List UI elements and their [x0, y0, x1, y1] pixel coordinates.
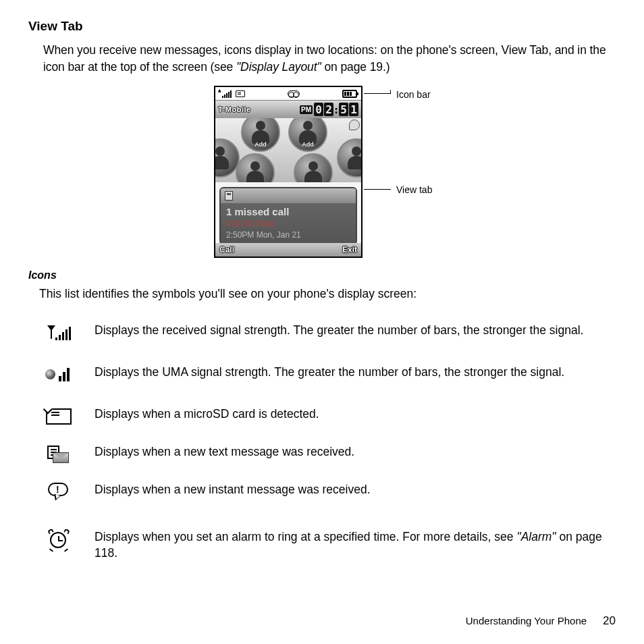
- figure: T-Mobile PM 0 2 : 5 1 Add Add: [28, 86, 616, 263]
- clock-colon: :: [334, 103, 338, 116]
- list-item: Displays the UMA signal strength. The gr…: [42, 363, 616, 386]
- status-icon-bar: [215, 87, 361, 101]
- icon-description: Displays when a microSD card is detected…: [95, 405, 319, 423]
- clock-digit: 5: [339, 103, 348, 116]
- intro-paragraph: When you receive new messages, icons dis…: [43, 42, 616, 75]
- phone-screenshot: T-Mobile PM 0 2 : 5 1 Add Add: [214, 86, 363, 258]
- signal-icon: [219, 90, 232, 98]
- clock-digit: 1: [349, 103, 358, 116]
- view-tab-notification: 1 missed call 9727617000 2:50PM Mon, Jan…: [219, 187, 357, 245]
- callout-line: [364, 189, 391, 190]
- icons-heading: Icons: [28, 269, 616, 281]
- notification-number: 9727617000: [226, 219, 350, 229]
- icon-description: Displays when you set an alarm to ring a…: [95, 528, 616, 561]
- icons-intro: This list identifies the symbols you'll …: [39, 287, 616, 301]
- favorites-area: Add Add: [215, 118, 361, 182]
- uma-signal-icon: [42, 363, 76, 386]
- callout-icon-bar: Icon bar: [396, 89, 431, 100]
- list-item: Displays when a new text message was rec…: [42, 443, 616, 466]
- section-heading: View Tab: [28, 19, 616, 34]
- list-item: Displays the received signal strength. T…: [42, 321, 616, 344]
- icon-definition-list: Displays the received signal strength. T…: [42, 321, 616, 561]
- list-item: Displays when you set an alarm to ring a…: [42, 528, 616, 561]
- ampm-badge: PM: [300, 105, 313, 114]
- desc-crossref: "Alarm": [516, 530, 556, 543]
- notification-title: 1 missed call: [226, 206, 350, 217]
- list-item: ! Displays when a new instant message wa…: [42, 481, 616, 504]
- softkey-left: Call: [219, 245, 234, 254]
- softkey-right: Exit: [342, 245, 357, 254]
- softkey-bar: Call Exit: [215, 243, 361, 257]
- phone-icon: [225, 191, 233, 200]
- callout-view-tab: View tab: [396, 184, 432, 195]
- icon-description: Displays when a new instant message was …: [95, 481, 371, 498]
- signal-strength-icon: [42, 321, 76, 344]
- add-contact-label: Add: [254, 141, 267, 148]
- icon-description: Displays the received signal strength. T…: [95, 321, 583, 339]
- intro-crossref: "Display Layout": [236, 60, 321, 74]
- intro-text-tail: on page 19.): [324, 60, 390, 74]
- desc-text: Displays when you set an alarm to ring a…: [95, 530, 516, 543]
- clock: PM 0 2 : 5 1: [300, 103, 358, 116]
- icon-description: Displays the UMA signal strength. The gr…: [95, 363, 564, 381]
- notification-time: 2:50PM Mon, Jan 21: [226, 230, 350, 240]
- carrier-row: T-Mobile PM 0 2 : 5 1: [215, 101, 361, 118]
- voicemail-icon: [288, 90, 300, 97]
- battery-icon: [342, 90, 357, 98]
- icon-description: Displays when a new text message was rec…: [95, 443, 354, 460]
- chapter-title: Understanding Your Phone: [466, 615, 587, 626]
- add-contact-label: Add: [302, 141, 314, 148]
- callout-line: [364, 93, 391, 94]
- clock-digit: 2: [324, 103, 333, 116]
- list-item: Displays when a microSD card is detected…: [42, 405, 616, 428]
- page-footer: Understanding Your Phone 20: [466, 614, 616, 628]
- text-message-icon: [42, 443, 76, 466]
- instant-message-icon: !: [42, 481, 76, 504]
- microsd-icon: [42, 405, 76, 428]
- clock-digit: 0: [314, 103, 323, 116]
- page-number: 20: [603, 614, 616, 628]
- sd-card-icon: [236, 90, 245, 97]
- alarm-icon: [42, 528, 76, 551]
- carrier-label: T-Mobile: [218, 105, 251, 113]
